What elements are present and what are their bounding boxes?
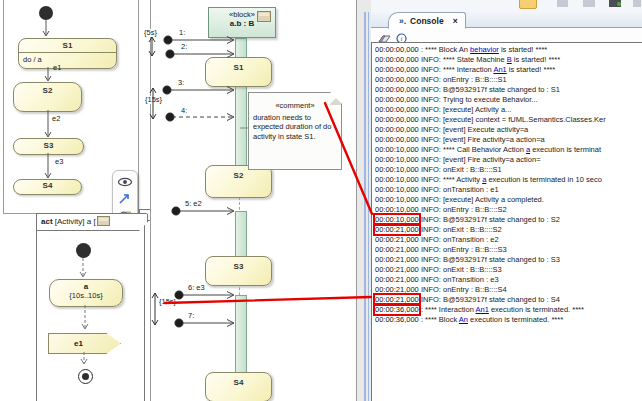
console-line: 00:00:21,000 INFO: onEntry : B::B::::S4	[375, 285, 642, 295]
duration-constraint-5s[interactable]: {5s}	[143, 29, 158, 37]
log-text: : **** Block	[419, 315, 459, 324]
action-duration-constraint: {10s..10s}	[50, 291, 122, 300]
console-line: 00:00:21,000 INFO: B@5932917f state chan…	[375, 255, 642, 265]
log-text: execution is terminated. ****	[489, 305, 584, 314]
console-line: 00:00:10,000 INFO: B@5932917f state chan…	[375, 215, 642, 225]
console-tab-label: Console	[410, 16, 444, 26]
toolbar-icon-fragment[interactable]	[519, 0, 537, 9]
log-timestamp: 00:00:00,000	[375, 55, 419, 64]
state-s4[interactable]: S4	[13, 179, 82, 195]
console-line: 00:00:00,000 INFO: **** Interaction An1 …	[375, 65, 642, 75]
log-timestamp: 00:00:00,000	[375, 75, 419, 84]
message-5-dot[interactable]	[172, 207, 181, 216]
log-timestamp: 00:00:21,000	[375, 275, 419, 284]
log-text: : **** Block An	[419, 45, 470, 54]
console-log[interactable]: 00:00:00,000 : **** Block An behavior is…	[371, 42, 642, 401]
message-5-label[interactable]: 5: e2	[185, 200, 202, 208]
initial-node[interactable]	[39, 6, 53, 20]
log-text: execution is terminat	[530, 145, 601, 154]
log-text: INFO: onEntry : B::B::::S1	[419, 75, 507, 84]
log-link[interactable]: An1	[476, 305, 489, 314]
activity-initial-node[interactable]	[76, 243, 91, 258]
toolbar-icon-fragment	[617, 2, 621, 6]
activation-bar-3[interactable]	[235, 295, 247, 373]
toolbar-icon-fragment[interactable]	[583, 0, 595, 7]
tab-close-icon[interactable]: ×	[453, 16, 458, 26]
splitter-bar-1[interactable]	[364, 12, 366, 401]
note-fold	[329, 93, 341, 105]
activity-final-node[interactable]	[78, 369, 93, 384]
console-line: 00:00:00,000 INFO: **** State Machine B …	[375, 55, 642, 65]
splitter-bar-2[interactable]	[368, 12, 370, 401]
send-signal-e1[interactable]: e1	[48, 333, 121, 354]
activity-frame-header[interactable]: act [Activity] a [	[37, 214, 148, 231]
log-link[interactable]: An1	[493, 65, 506, 74]
log-text: INFO: B@5932917f state changed to : S2	[419, 215, 560, 224]
message-7-dot[interactable]	[175, 319, 184, 328]
state-s1[interactable]: S1 do / a	[18, 38, 117, 69]
transition-e3-label[interactable]: e3	[55, 158, 63, 166]
console-line: 00:00:21,000 INFO: onEntry : B::B::::S3	[375, 245, 642, 255]
message-2-label[interactable]: 2:	[181, 43, 187, 51]
message-2-dot[interactable]	[166, 50, 175, 59]
console-line: 00:00:21,000 INFO: onExit : B::B::::S3	[375, 265, 642, 275]
transition-e2-label[interactable]: e2	[52, 115, 60, 123]
log-text: INFO: B@5932917f state changed to : S3	[419, 255, 560, 264]
log-link[interactable]: behavior	[470, 45, 499, 54]
log-timestamp: 00:00:10,000	[375, 145, 419, 154]
toolbar-icon-fragment[interactable]	[557, 0, 568, 7]
console-line: 00:00:21,000 INFO: onTransition : e2	[375, 235, 642, 245]
message-1-dot[interactable]	[164, 36, 173, 45]
tab-console[interactable]: ». Console ×	[388, 12, 466, 29]
transition-e1-label[interactable]: e1	[53, 64, 61, 72]
comment-stereotype: «comment»	[249, 93, 341, 111]
log-timestamp: 00:00:21,000	[375, 265, 419, 274]
console-line: 00:00:36,000 : **** Block An execution i…	[375, 315, 642, 325]
log-link[interactable]: An	[459, 315, 468, 324]
signal-name: e1	[74, 339, 83, 348]
message-7-label[interactable]: 7:	[188, 312, 194, 320]
message-3-dot[interactable]	[163, 86, 172, 95]
log-text: INFO: [execute] Activity a completed.	[419, 195, 544, 204]
eye-icon[interactable]	[117, 174, 133, 189]
lifeline-state-s3[interactable]: S3	[205, 256, 272, 286]
console-line: 00:00:10,000 INFO: onEntry : B::B::::S2	[375, 205, 642, 215]
log-timestamp: 00:00:10,000	[375, 175, 419, 184]
log-timestamp: 00:00:21,000	[375, 235, 419, 244]
log-text: INFO: onEntry : B::B::::S4	[419, 285, 507, 294]
state-s2[interactable]: S2	[13, 82, 82, 112]
log-timestamp: 00:00:00,000	[375, 125, 419, 134]
log-text: INFO: Trying to execute Behavior...	[419, 95, 538, 104]
lifeline-state-s4[interactable]: S4	[205, 372, 272, 401]
state-s3[interactable]: S3	[13, 138, 84, 155]
log-timestamp: 00:00:10,000	[375, 205, 419, 214]
message-1-label[interactable]: 1:	[179, 29, 185, 37]
log-timestamp: 00:00:21,000	[375, 285, 419, 294]
console-line: 00:00:00,000 INFO: [execute] context = f…	[375, 115, 642, 125]
message-4-dot[interactable]	[166, 113, 175, 122]
log-text: INFO: B@5932917f state changed to : S4	[419, 295, 560, 304]
comment-note[interactable]: «comment» duration needs to expected dur…	[248, 92, 342, 170]
lifeline-head[interactable]: «block» a.b : B	[208, 7, 276, 38]
log-text: INFO: onTransition : e1	[419, 185, 499, 194]
red-annotation-line-2	[165, 297, 371, 303]
log-text: INFO: onTransition : e3	[419, 275, 499, 284]
log-text: INFO: [event] Fire activity=a action=	[419, 155, 541, 164]
log-timestamp: 00:00:00,000	[375, 65, 419, 74]
log-timestamp: 00:00:36,000	[375, 315, 419, 324]
message-4-label[interactable]: 4:	[181, 107, 187, 115]
duration-constraint-15s-2[interactable]: {15s}	[158, 298, 177, 306]
activation-bar-2[interactable]	[235, 211, 247, 259]
console-line: 00:00:36,000 : **** Interaction An1 exec…	[375, 305, 642, 315]
message-3-label[interactable]: 3:	[178, 79, 184, 87]
action-name: a	[50, 280, 122, 291]
message-6-label[interactable]: 6: e3	[188, 284, 205, 292]
activity-action-a[interactable]: a {10s..10s}	[49, 279, 123, 307]
toolbar-icon-fragment[interactable]	[633, 0, 641, 7]
console-line: 00:00:00,000 INFO: [event] Execute activ…	[375, 125, 642, 135]
duration-constraint-15s-1[interactable]: {15s}	[144, 96, 163, 104]
link-arrow-icon[interactable]	[117, 192, 133, 207]
log-timestamp: 00:00:10,000	[375, 155, 419, 164]
lifeline-state-s1[interactable]: S1	[205, 57, 272, 87]
log-timestamp: 00:00:00,000	[375, 115, 419, 124]
